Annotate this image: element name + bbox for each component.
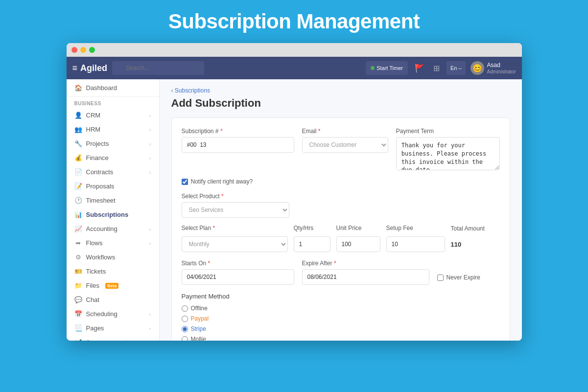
files-label: Files [86,282,99,289]
accounting-icon: 📈 [74,225,82,232]
qty-input[interactable] [294,236,330,252]
sidebar-item-scheduling[interactable]: 📅Scheduling › [67,307,159,321]
required-star: * [318,128,321,135]
subscription-num-input[interactable] [182,137,294,153]
main-area: 🏠 Dashboard BUSINESS 👤CRM › 👥HRM › 🔧Proj… [67,79,522,341]
sidebar-item-tickets[interactable]: 🎫Tickets [67,264,159,278]
sidebar-item-pages[interactable]: 📃Pages › [67,321,159,335]
sidebar-item-hrm[interactable]: 👥HRM › [67,122,159,137]
app-window: ≡ Agiled 🔍 Start Timer 🚩 ⊞ En – 😊 Asad [67,43,522,341]
starts-on-group: Starts On * [182,260,294,285]
timesheet-icon: 🕐 [74,197,82,204]
dashboard-label: Dashboard [86,84,118,92]
user-role: Administrator [487,69,516,74]
unit-price-header: Unit Price [336,225,380,231]
product-select[interactable]: Seo Services [182,202,289,218]
plan-row: Select Plan * Monthly Qty/Hrs [182,225,500,252]
never-expire-checkbox[interactable] [437,275,444,281]
mollie-radio[interactable] [182,336,188,341]
payment-term-label: Payment Term [396,128,500,135]
minimize-dot[interactable] [80,47,86,53]
sidebar-item-flows[interactable]: ➡Flows › [67,236,159,250]
sidebar-item-workflows[interactable]: ⚙Workflows [67,250,159,264]
payment-term-textarea[interactable]: Thank you for your business. Please proc… [396,137,500,170]
maximize-dot[interactable] [89,47,95,53]
sidebar-item-announcements[interactable]: 📢Announcements [67,335,159,341]
app-container: ≡ Agiled 🔍 Start Timer 🚩 ⊞ En – 😊 Asad [67,57,522,341]
subscription-num-group: Subscription # * [182,128,294,170]
sidebar-item-files[interactable]: 📁 Files Beta [67,278,159,293]
expire-after-input[interactable] [302,269,429,285]
crm-label: CRM [86,112,101,119]
user-name: Asad [487,62,516,69]
stripe-radio[interactable] [182,326,188,332]
paypal-radio[interactable] [182,316,188,322]
proposals-label: Proposals [86,183,115,190]
sidebar-item-crm[interactable]: 👤CRM › [67,108,159,122]
sidebar-item-proposals[interactable]: 📝Proposals [67,179,159,193]
business-section-label: BUSINESS [67,97,159,108]
sidebar-item-timesheet[interactable]: 🕐Timesheet [67,193,159,208]
tickets-icon: 🎫 [74,268,82,275]
sidebar-item-projects[interactable]: 🔧Projects › [67,137,159,151]
sidebar-item-chat[interactable]: 💬Chat [67,293,159,307]
breadcrumb[interactable]: Subscriptions [171,87,510,94]
chevron-right-icon: › [149,169,151,175]
chevron-right-icon: › [149,240,151,246]
subscriptions-icon: 📊 [74,211,82,218]
required-star: * [220,128,223,135]
product-section: Select Product * Seo Services [182,193,500,218]
proposals-icon: 📝 [74,183,82,190]
sidebar-item-dashboard[interactable]: 🏠 Dashboard [67,79,159,97]
setup-fee-input[interactable] [386,236,445,252]
email-select[interactable]: Choose Customer [302,137,388,153]
page-heading: Add Subscription [171,97,510,110]
notify-row: Notify client right away? [182,178,500,185]
chevron-right-icon: › [149,325,151,331]
close-dot[interactable] [71,47,77,53]
never-expire-group: Never Expire [437,274,480,285]
plan-select[interactable]: Monthly [182,236,288,252]
starts-on-label: Starts On * [182,260,294,267]
chevron-right-icon: › [149,155,151,161]
offline-label: Offline [191,305,208,312]
product-row: Select Product * Seo Services [182,193,500,218]
timesheet-label: Timesheet [86,197,116,204]
payment-method-label: Payment Method [182,293,500,300]
tickets-label: Tickets [86,268,106,275]
sidebar-item-accounting[interactable]: 📈Accounting › [67,222,159,236]
offline-radio[interactable] [182,305,188,312]
flows-label: Flows [86,239,103,247]
files-icon: 📁 [74,282,82,289]
navbar: ≡ Agiled 🔍 Start Timer 🚩 ⊞ En – 😊 Asad [67,57,522,79]
expire-after-label: Expire After * [302,260,429,267]
required-star: * [334,260,336,267]
finance-label: Finance [86,154,109,161]
unit-price-input[interactable] [336,236,380,252]
sidebar-item-finance[interactable]: 💰Finance › [67,151,159,165]
chevron-right-icon: › [149,226,151,232]
notify-checkbox[interactable] [182,179,188,185]
chevron-right-icon: › [149,311,151,317]
search-wrapper: 🔍 [112,61,234,75]
content-area: Subscriptions Add Subscription Subscript… [160,79,522,341]
flag-icon-button[interactable]: 🚩 [413,62,426,75]
page-title: Subscription Management [168,10,420,33]
scheduling-icon: 📅 [74,310,82,318]
sidebar-item-contracts[interactable]: 📄Contracts › [67,165,159,179]
search-input[interactable] [112,61,204,75]
avatar: 😊 [470,61,484,75]
hamburger-icon[interactable]: ≡ [72,63,78,73]
language-button[interactable]: En – [447,61,466,75]
hrm-icon: 👥 [74,126,82,133]
starts-on-input[interactable] [182,269,294,285]
required-star: * [208,260,211,267]
payment-mollie: Mollie [182,336,500,341]
total-amount-value: 110 [451,237,500,252]
start-timer-button[interactable]: Start Timer [366,61,408,75]
grid-icon-button[interactable]: ⊞ [431,62,442,75]
payment-stripe: Stripe [182,325,500,332]
sidebar-item-subscriptions[interactable]: 📊Subscriptions [67,208,159,222]
pages-label: Pages [86,324,104,332]
home-icon: 🏠 [74,84,82,92]
